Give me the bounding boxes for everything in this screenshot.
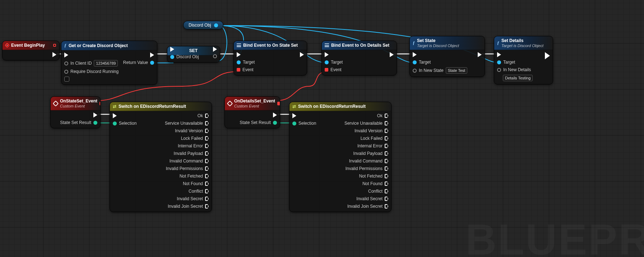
output-pin-var[interactable] — [213, 54, 217, 58]
switch-case-label: Not Found — [362, 181, 383, 186]
param-value[interactable]: State Test — [446, 67, 468, 74]
exec-out-pin[interactable] — [273, 113, 277, 118]
switch-case-row: Ok — [198, 113, 209, 118]
exec-out-pin[interactable] — [205, 166, 209, 171]
clientid-value[interactable]: 123456789 — [94, 60, 118, 66]
exec-out-pin[interactable] — [205, 114, 209, 118]
exec-in-pin[interactable] — [237, 52, 241, 57]
exec-out-pin[interactable] — [390, 52, 394, 57]
param-value[interactable]: Details Testing — [503, 75, 533, 81]
exec-out-pin[interactable] — [205, 159, 209, 163]
node-set-variable[interactable]: SET Discord Obj — [167, 46, 220, 63]
exec-out-pin[interactable] — [385, 204, 388, 208]
node-header[interactable]: Bind Event to On State Set — [234, 41, 307, 50]
exec-out-pin[interactable] — [205, 182, 209, 186]
exec-out-pin[interactable] — [205, 136, 209, 141]
input-pin-target[interactable] — [325, 60, 329, 64]
exec-in-pin[interactable] — [325, 52, 329, 57]
exec-out-pin[interactable] — [385, 166, 388, 171]
blueprint-canvas[interactable]: Discord Obj Event BeginPlay ƒ Get or Cre… — [0, 0, 644, 257]
exec-out-pin[interactable] — [205, 197, 209, 201]
exec-out-pin[interactable] — [205, 189, 209, 193]
exec-out-pin[interactable] — [205, 144, 209, 148]
exec-out-pin[interactable] — [385, 114, 388, 118]
node-title: Event BeginPlay — [11, 43, 45, 48]
node-header[interactable]: ƒ Get or Create Discord Object — [61, 41, 157, 50]
input-pin-target[interactable] — [497, 60, 501, 64]
exec-out-pin[interactable] — [205, 151, 209, 156]
output-pin-return[interactable] — [150, 61, 154, 65]
exec-out-pin[interactable] — [213, 47, 217, 52]
exec-in-pin[interactable] — [113, 113, 117, 118]
switch-case-row: Not Fetched — [359, 174, 388, 179]
node-bind-onstateset[interactable]: Bind Event to On State Set Target Event — [233, 41, 307, 75]
require-checkbox[interactable] — [64, 77, 69, 82]
input-pin-newstate[interactable] — [413, 69, 417, 73]
input-pin-newdetails[interactable] — [497, 68, 501, 72]
exec-out-pin[interactable] — [385, 136, 388, 141]
switch-case-label: Lock Failed — [181, 136, 203, 141]
input-pin-target[interactable] — [413, 60, 417, 64]
variable-label: Discord Obj — [189, 23, 211, 28]
exec-out-pin[interactable] — [385, 174, 388, 178]
node-header[interactable]: ƒ Set Details Target is Discord Object — [494, 36, 553, 50]
exec-out-pin[interactable] — [385, 121, 388, 125]
exec-out-pin[interactable] — [478, 52, 482, 57]
exec-out-pin[interactable] — [385, 197, 388, 201]
output-pin-result[interactable] — [93, 121, 97, 125]
node-event-beginplay[interactable]: Event BeginPlay — [2, 41, 60, 60]
exec-out-pin[interactable] — [150, 52, 154, 58]
node-header[interactable]: Bind Event to On Details Set — [322, 41, 397, 50]
input-pin-event[interactable] — [237, 68, 240, 72]
exec-in-pin[interactable] — [497, 52, 501, 57]
node-set-state[interactable]: ƒ Set State Target is Discord Object Tar… — [409, 36, 485, 77]
exec-in-pin[interactable] — [292, 113, 296, 118]
node-set-details[interactable]: ƒ Set Details Target is Discord Object T… — [494, 36, 553, 84]
exec-out-pin[interactable] — [205, 121, 209, 125]
node-get-create-discord[interactable]: ƒ Get or Create Discord Object In Client… — [61, 41, 157, 85]
node-ondetailsset-event[interactable]: OnDetailsSet_Event Custom Event State Se… — [224, 96, 280, 128]
input-pin-clientid[interactable] — [64, 61, 68, 65]
exec-out-pin[interactable] — [385, 144, 388, 148]
input-pin-require[interactable] — [64, 70, 68, 74]
node-switch-result-1[interactable]: ⇄ Switch on EDiscordReturnResult Selecti… — [110, 102, 212, 212]
param-label: In New Details — [503, 67, 531, 72]
exec-out-pin[interactable] — [93, 113, 97, 118]
input-pin-event[interactable] — [325, 68, 328, 72]
node-header[interactable]: OnStateSet_Event Custom Event — [51, 97, 100, 110]
param-label: In New State — [419, 68, 444, 73]
exec-out-pin[interactable] — [385, 189, 388, 193]
exec-out-pin[interactable] — [205, 174, 209, 178]
function-icon: ƒ — [497, 40, 499, 46]
node-header[interactable]: Event BeginPlay — [3, 41, 59, 50]
node-onstateset-event[interactable]: OnStateSet_Event Custom Event State Set … — [50, 96, 101, 128]
exec-out-pin[interactable] — [385, 182, 388, 186]
node-header[interactable]: ⇄ Switch on EDiscordReturnResult — [110, 102, 212, 111]
output-pin[interactable] — [214, 23, 218, 27]
exec-out-pin[interactable] — [205, 204, 209, 208]
exec-in-pin[interactable] — [64, 52, 68, 58]
input-pin-target[interactable] — [237, 60, 241, 64]
exec-out-pin[interactable] — [300, 52, 304, 57]
exec-in-pin[interactable] — [170, 47, 174, 52]
delegate-pin[interactable] — [53, 44, 56, 47]
delegate-pin[interactable] — [277, 102, 280, 105]
variable-node-discord-obj[interactable]: Discord Obj — [183, 21, 223, 29]
input-pin-selection[interactable] — [113, 121, 117, 125]
delegate-pin[interactable] — [99, 102, 101, 105]
exec-in-pin[interactable] — [413, 52, 417, 57]
exec-out-pin[interactable] — [385, 151, 388, 156]
node-bind-ondetailsset[interactable]: Bind Event to On Details Set Target Even… — [321, 41, 397, 75]
node-header[interactable]: ⇄ Switch on EDiscordReturnResult — [289, 102, 391, 111]
node-switch-result-2[interactable]: ⇄ Switch on EDiscordReturnResult Selecti… — [289, 102, 392, 212]
input-pin-var[interactable] — [170, 55, 174, 59]
node-header[interactable]: OnDetailsSet_Event Custom Event — [225, 97, 280, 110]
exec-out-pin[interactable] — [52, 52, 56, 57]
node-header[interactable]: ƒ Set State Target is Discord Object — [410, 36, 485, 50]
exec-out-pin[interactable] — [205, 129, 209, 133]
exec-out-pin[interactable] — [385, 159, 388, 163]
input-pin-selection[interactable] — [292, 121, 296, 125]
output-pin-result[interactable] — [273, 121, 277, 125]
exec-out-pin[interactable] — [545, 52, 550, 59]
exec-out-pin[interactable] — [385, 129, 388, 133]
